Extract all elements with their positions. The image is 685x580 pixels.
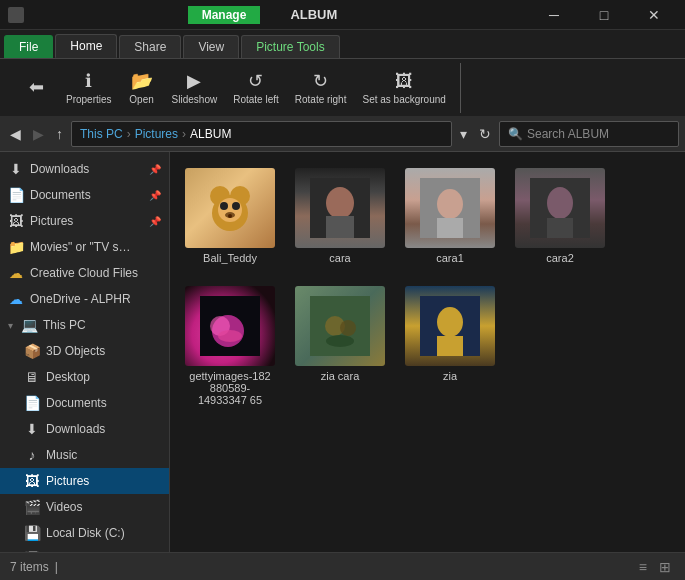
onedrive-icon: ☁	[8, 291, 24, 307]
status-separator: |	[55, 560, 58, 574]
file-name-bali-teddy: Bali_Teddy	[203, 252, 257, 264]
sidebar-item-label: Pictures	[46, 474, 89, 488]
file-item-getty[interactable]: gettyimages-182 880589-14933347 65	[180, 280, 280, 412]
file-item-cara[interactable]: cara	[290, 162, 390, 270]
documents-pin-icon: 📄	[8, 187, 24, 203]
tab-picture-tools[interactable]: Picture Tools	[241, 35, 339, 58]
search-box[interactable]: 🔍 Search ALBUM	[499, 121, 679, 147]
tab-file[interactable]: File	[4, 35, 53, 58]
address-bar: ◀ ▶ ↑ This PC › Pictures › ALBUM ▾ ↻ 🔍 S…	[0, 116, 685, 152]
sidebar-item-label: Pictures	[30, 214, 73, 228]
breadcrumb-sep1: ›	[127, 127, 131, 141]
dropdown-button[interactable]: ▾	[456, 122, 471, 146]
desktop-icon: 🖥	[24, 369, 40, 385]
sidebar-item-label: 3D Objects	[46, 344, 105, 358]
tab-share[interactable]: Share	[119, 35, 181, 58]
ribbon-btn-back[interactable]: ⬅	[16, 72, 56, 104]
movies-icon: 📁	[8, 239, 24, 255]
videos-icon: 🎬	[24, 499, 40, 515]
file-name-cara1: cara1	[436, 252, 464, 264]
window-controls: ─ □ ✕	[531, 0, 677, 30]
sidebar-item-label: This PC	[43, 318, 86, 332]
sidebar-item-downloads-pin[interactable]: ⬇ Downloads 📌	[0, 156, 169, 182]
sidebar-item-pictures-pin[interactable]: 🖼 Pictures 📌	[0, 208, 169, 234]
file-name-getty: gettyimages-182 880589-14933347 65	[186, 370, 274, 406]
title-bar: Manage ALBUM ─ □ ✕	[0, 0, 685, 30]
sidebar-item-new-volume[interactable]: 💾 New Volume (D:)	[0, 546, 169, 552]
sidebar-item-onedrive[interactable]: ☁ OneDrive - ALPHR	[0, 286, 169, 312]
svg-point-7	[228, 214, 232, 218]
file-item-zia-cara[interactable]: zia cara	[290, 280, 390, 412]
pin-icon2: 📌	[149, 190, 161, 201]
status-bar: 7 items | ≡ ⊞	[0, 552, 685, 580]
svg-point-12	[437, 189, 463, 219]
maximize-button[interactable]: □	[581, 0, 627, 30]
ribbon-btn-open[interactable]: 📂 Open	[122, 66, 162, 109]
breadcrumb-thispc[interactable]: This PC	[80, 127, 123, 141]
ribbon-btn-rotate-right[interactable]: ↻ Rotate right	[289, 66, 353, 109]
ribbon-btn-set-background[interactable]: 🖼 Set as background	[356, 67, 451, 109]
list-view-button[interactable]: ≡	[635, 557, 651, 577]
sidebar-item-label: Music	[46, 448, 77, 462]
svg-point-4	[220, 202, 228, 210]
ribbon-btn-rotate-left[interactable]: ↺ Rotate left	[227, 66, 285, 109]
manage-label: Manage	[188, 6, 261, 24]
sidebar-item-label: Movies" or "TV s…	[30, 240, 131, 254]
svg-point-3	[218, 198, 242, 222]
file-item-cara1[interactable]: cara1	[400, 162, 500, 270]
up-button[interactable]: ↑	[52, 122, 67, 146]
sidebar-item-documents-pin[interactable]: 📄 Documents 📌	[0, 182, 169, 208]
ribbon-btn-properties[interactable]: ℹ Properties	[60, 66, 118, 109]
sidebar-item-music[interactable]: ♪ Music	[0, 442, 169, 468]
file-name-cara2: cara2	[546, 252, 574, 264]
thumb-cara	[295, 168, 385, 248]
properties-icon: ℹ	[85, 70, 92, 92]
sidebar-item-label: Videos	[46, 500, 82, 514]
downloads-pin-icon: ⬇	[8, 161, 24, 177]
local-disk-icon: 💾	[24, 525, 40, 541]
sidebar: ⬇ Downloads 📌 📄 Documents 📌 🖼 Pictures 📌…	[0, 152, 170, 552]
sidebar-item-3dobjects[interactable]: 📦 3D Objects	[0, 338, 169, 364]
breadcrumb: This PC › Pictures › ALBUM	[71, 121, 452, 147]
sidebar-item-pictures2[interactable]: 🖼 Pictures	[0, 468, 169, 494]
ribbon-tabs: File Home Share View Picture Tools	[0, 30, 685, 58]
sidebar-item-local-disk[interactable]: 💾 Local Disk (C:)	[0, 520, 169, 546]
file-item-cara2[interactable]: cara2	[510, 162, 610, 270]
sidebar-item-documents2[interactable]: 📄 Documents	[0, 390, 169, 416]
grid-view-button[interactable]: ⊞	[655, 557, 675, 577]
sidebar-item-movies[interactable]: 📁 Movies" or "TV s…	[0, 234, 169, 260]
refresh-button[interactable]: ↻	[475, 122, 495, 146]
tab-view[interactable]: View	[183, 35, 239, 58]
sidebar-item-label: Local Disk (C:)	[46, 526, 125, 540]
sidebar-item-label: Desktop	[46, 370, 90, 384]
forward-button[interactable]: ▶	[29, 122, 48, 146]
open-icon: 📂	[131, 70, 153, 92]
sidebar-item-creative-cloud[interactable]: ☁ Creative Cloud Files	[0, 260, 169, 286]
file-item-zia[interactable]: zia	[400, 280, 500, 412]
svg-rect-16	[547, 218, 573, 238]
thumb-getty	[185, 286, 275, 366]
thumb-zia	[405, 286, 495, 366]
tab-home[interactable]: Home	[55, 34, 117, 58]
svg-point-5	[232, 202, 240, 210]
file-content: Bali_Teddy cara	[170, 152, 685, 552]
pin-icon: 📌	[149, 164, 161, 175]
background-icon: 🖼	[395, 71, 413, 92]
minimize-button[interactable]: ─	[531, 0, 577, 30]
sidebar-item-desktop[interactable]: 🖥 Desktop	[0, 364, 169, 390]
sidebar-item-label: Downloads	[30, 162, 89, 176]
ribbon-btn-slideshow[interactable]: ▶ Slideshow	[166, 66, 224, 109]
rotate-left-icon: ↺	[248, 70, 263, 92]
sidebar-item-videos[interactable]: 🎬 Videos	[0, 494, 169, 520]
back-button[interactable]: ◀	[6, 122, 25, 146]
file-item-bali-teddy[interactable]: Bali_Teddy	[180, 162, 280, 270]
sidebar-item-thispc[interactable]: ▾ 💻 This PC	[0, 312, 169, 338]
breadcrumb-pictures[interactable]: Pictures	[135, 127, 178, 141]
creative-cloud-icon: ☁	[8, 265, 24, 281]
sidebar-item-downloads2[interactable]: ⬇ Downloads	[0, 416, 169, 442]
documents2-icon: 📄	[24, 395, 40, 411]
search-placeholder: Search ALBUM	[527, 127, 609, 141]
slideshow-icon: ▶	[187, 70, 201, 92]
sidebar-item-label: Documents	[30, 188, 91, 202]
close-button[interactable]: ✕	[631, 0, 677, 30]
